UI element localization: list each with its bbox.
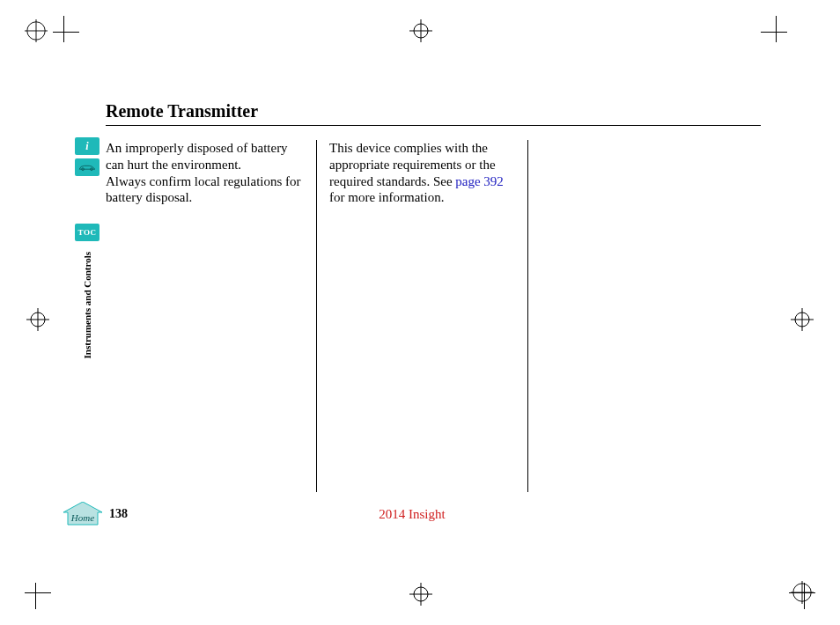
crop-mark-bottom-left: [25, 583, 51, 609]
column-1: An improperly disposed of battery can hu…: [106, 140, 317, 492]
col1-p2: Always confirm local regulations for bat…: [106, 174, 301, 205]
page-footer: Home 138 2014 Insight: [63, 502, 761, 526]
registration-disc-bottom-right: [791, 581, 815, 606]
column-2: This device complies with the appropriat…: [317, 140, 528, 492]
content-columns: An improperly disposed of battery can hu…: [106, 140, 761, 492]
info-glyph: i: [85, 140, 88, 153]
col2-text-after: for more information.: [329, 190, 444, 204]
left-sidebar: i TOC Instruments and Controls: [72, 137, 102, 358]
col1-p1: An improperly disposed of battery can hu…: [106, 141, 288, 172]
home-button[interactable]: Home: [63, 502, 102, 526]
page-reference-link[interactable]: page 392: [455, 174, 504, 188]
info-icon[interactable]: i: [75, 137, 99, 155]
car-icon[interactable]: [75, 158, 99, 176]
model-year-label: 2014 Insight: [379, 507, 445, 522]
toc-button[interactable]: TOC: [75, 224, 99, 241]
crop-mark-top-left: [53, 16, 79, 42]
registration-crosshair-bottom: [409, 583, 432, 606]
home-label: Home: [63, 512, 102, 523]
registration-crosshair-top: [409, 19, 432, 42]
registration-crosshair-left: [26, 308, 49, 331]
section-label: Instruments and Controls: [82, 252, 92, 358]
crop-mark-top-right: [761, 16, 787, 42]
registration-crosshair-right: [791, 308, 814, 331]
page-content: Remote Transmitter An improperly dispose…: [106, 101, 761, 528]
registration-disc-top-left: [25, 19, 49, 44]
page-number: 138: [109, 507, 128, 521]
page-title: Remote Transmitter: [106, 101, 761, 126]
toc-label: TOC: [78, 228, 97, 237]
